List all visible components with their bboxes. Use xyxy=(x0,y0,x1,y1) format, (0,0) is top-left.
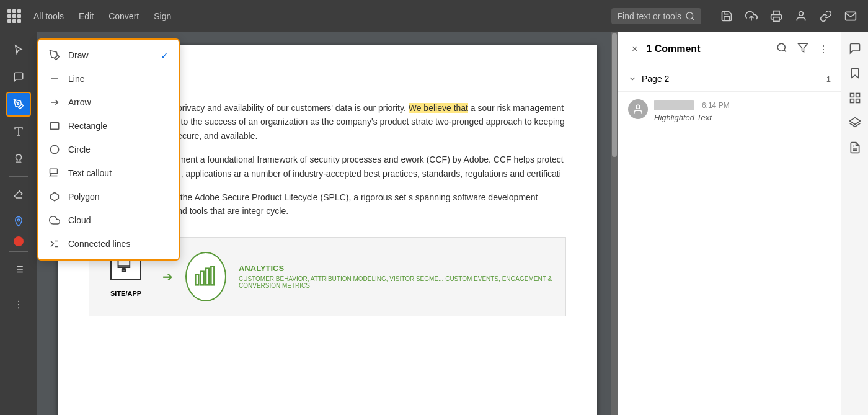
rectangle-icon xyxy=(48,120,61,132)
svg-point-5 xyxy=(17,103,19,105)
search-box[interactable]: Find text or tools xyxy=(611,8,702,24)
chevron-down-icon xyxy=(628,74,637,83)
tool-separator-2 xyxy=(9,251,28,252)
bookmark-rail-button[interactable] xyxy=(844,62,866,84)
select-tool[interactable] xyxy=(6,37,31,62)
comment-row: ███████ 6:14 PM Highlighted Text xyxy=(628,99,831,122)
comment-content: ███████ 6:14 PM Highlighted Text xyxy=(654,99,831,122)
comment-text: Highlighted Text xyxy=(654,113,831,122)
dropdown-item-draw[interactable]: Draw ✓ xyxy=(38,43,179,67)
svg-point-17 xyxy=(17,304,19,305)
dropdown-item-connected-lines[interactable]: Connected lines xyxy=(38,232,179,256)
save-button[interactable] xyxy=(717,6,737,26)
convert-menu[interactable]: Convert xyxy=(102,7,145,25)
line-label: Line xyxy=(68,74,169,84)
dropdown-item-cloud[interactable]: Cloud xyxy=(38,208,179,232)
grid-rail-icon xyxy=(849,92,861,104)
account-button[interactable] xyxy=(791,6,811,26)
dropdown-item-rectangle[interactable]: Rectangle xyxy=(38,114,179,138)
dropdown-item-text-callout[interactable]: Text callout xyxy=(38,161,179,185)
commenter-name: ███████ xyxy=(654,100,694,110)
text-callout-label: Text callout xyxy=(68,168,169,178)
svg-rect-29 xyxy=(123,268,125,270)
comment-item: ███████ 6:14 PM Highlighted Text xyxy=(618,92,841,130)
svg-rect-23 xyxy=(50,169,58,174)
search-icon xyxy=(685,11,695,21)
scrollbar-thumb[interactable] xyxy=(612,33,617,157)
save-icon xyxy=(720,10,733,22)
app-grid-icon[interactable] xyxy=(7,9,21,23)
panel-filter-button[interactable] xyxy=(795,40,811,58)
svg-rect-39 xyxy=(856,94,859,97)
svg-rect-41 xyxy=(856,99,859,103)
section-count: 1 xyxy=(826,74,831,84)
analytics-circle xyxy=(185,252,226,301)
dropdown-item-arrow[interactable]: Arrow xyxy=(38,91,179,114)
polygon-icon xyxy=(48,190,61,203)
dropdown-item-circle[interactable]: Circle xyxy=(38,138,179,161)
red-dot-tool[interactable] xyxy=(14,236,24,246)
account-icon xyxy=(795,10,807,22)
diagram-arrow: ➔ xyxy=(162,269,173,284)
dropdown-item-line[interactable]: Line xyxy=(38,67,179,91)
link-icon xyxy=(820,10,832,22)
tool-separator xyxy=(9,176,28,177)
svg-marker-24 xyxy=(51,192,59,201)
document-rail-button[interactable] xyxy=(844,136,866,159)
analytics-sub: CUSTOMER BEHAVIOR, ATTRIBUTION MODELING,… xyxy=(239,275,553,289)
email-button[interactable] xyxy=(841,6,861,26)
comments-rail-button[interactable] xyxy=(844,37,866,60)
pin-tool[interactable] xyxy=(6,209,31,234)
stamp-tool[interactable] xyxy=(6,146,31,171)
site-app-label: SITE/APP xyxy=(102,283,150,303)
link-button[interactable] xyxy=(816,6,836,26)
dropdown-item-polygon[interactable]: Polygon xyxy=(38,185,179,208)
text-tool[interactable] xyxy=(6,119,31,144)
comments-panel: × 1 Comment ⋮ Page 2 1 xyxy=(618,32,841,415)
doc-scrollbar[interactable] xyxy=(611,32,618,415)
more-tools[interactable] xyxy=(6,292,31,317)
upload-button[interactable] xyxy=(742,6,761,26)
rectangle-label: Rectangle xyxy=(68,121,169,131)
draw-label: Draw xyxy=(68,50,153,60)
sign-menu[interactable]: Sign xyxy=(148,7,177,25)
divider xyxy=(709,9,709,24)
connected-lines-label: Connected lines xyxy=(68,239,169,249)
close-panel-button[interactable]: × xyxy=(628,42,641,56)
svg-point-16 xyxy=(17,301,19,302)
svg-point-9 xyxy=(17,219,20,221)
menu-bar: All tools Edit Convert Sign Find text or… xyxy=(0,0,868,32)
draw-tool[interactable] xyxy=(6,92,31,117)
menu-right: Find text or tools xyxy=(611,6,861,26)
upload-icon xyxy=(745,10,758,22)
layers-rail-button[interactable] xyxy=(844,112,866,134)
analytics-title: ANALYTICS xyxy=(239,264,553,273)
svg-line-35 xyxy=(784,50,786,51)
svg-rect-21 xyxy=(50,123,59,130)
section-header[interactable]: Page 2 1 xyxy=(628,74,831,84)
search-icon xyxy=(776,42,787,53)
document-rail-icon xyxy=(849,141,861,154)
email-icon xyxy=(844,10,857,22)
svg-point-0 xyxy=(686,12,693,19)
all-tools-menu[interactable]: All tools xyxy=(27,7,70,25)
svg-rect-3 xyxy=(773,17,779,21)
print-button[interactable] xyxy=(766,6,786,26)
callout-icon xyxy=(48,167,61,179)
list-tool[interactable] xyxy=(6,257,31,282)
circle-icon xyxy=(48,143,61,156)
panel-more-button[interactable]: ⋮ xyxy=(816,41,831,58)
svg-rect-32 xyxy=(206,268,209,285)
print-icon xyxy=(770,10,782,22)
svg-point-22 xyxy=(50,145,59,154)
bookmark-rail-icon xyxy=(849,67,861,79)
grid-rail-button[interactable] xyxy=(844,87,866,109)
panel-search-button[interactable] xyxy=(774,40,790,58)
edit-menu[interactable]: Edit xyxy=(73,7,100,25)
circle-label: Circle xyxy=(68,145,169,154)
highlighted-text: We believe that xyxy=(409,103,468,113)
eraser-tool[interactable] xyxy=(6,182,31,207)
far-right-rail xyxy=(841,32,868,415)
comment-tool[interactable] xyxy=(6,65,31,89)
svg-rect-40 xyxy=(850,99,854,103)
